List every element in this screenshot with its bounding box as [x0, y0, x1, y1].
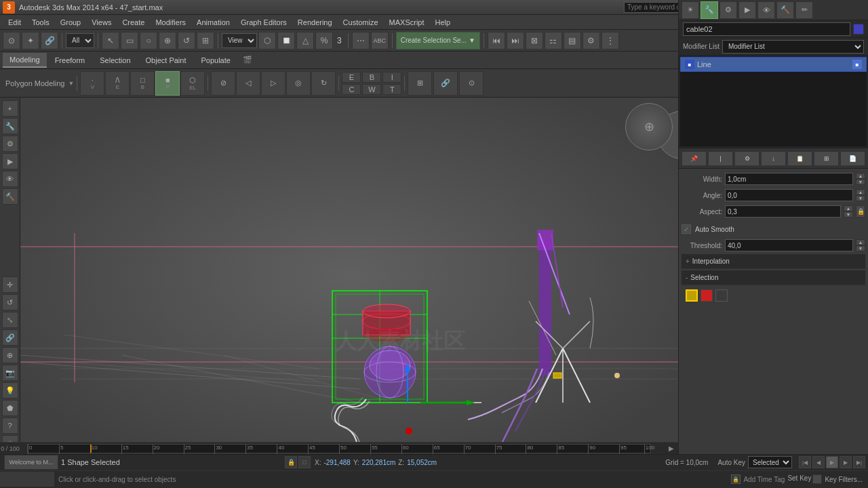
percent-snap[interactable]: % — [315, 32, 333, 49]
anim-bar-right[interactable]: ▶ — [665, 445, 678, 452]
motion-panel-icon[interactable]: ▶ — [738, 1, 756, 19]
poly-border[interactable]: □B — [130, 71, 155, 96]
poly-polygon[interactable]: ■P — [155, 71, 180, 96]
prev-frame[interactable]: ⏮ — [488, 32, 505, 49]
aspect-input[interactable] — [725, 205, 841, 218]
lock2-icon[interactable]: 🔒 — [731, 474, 741, 484]
object-isolate-icon[interactable]: □ — [298, 456, 311, 468]
width-up[interactable]: ▲ — [856, 173, 865, 179]
auto-smooth-checkbox[interactable]: ✓ — [682, 224, 691, 234]
unselected-color-dot[interactable] — [701, 289, 713, 302]
menu-graph-editors[interactable]: Graph Editors — [235, 15, 292, 30]
menu-rendering[interactable]: Rendering — [292, 15, 338, 30]
instance-btn[interactable]: ⊞ — [814, 151, 839, 166]
poly-bevel[interactable]: B — [362, 72, 381, 83]
modifier-dropdown[interactable]: Modifier List — [722, 40, 864, 54]
object-name-input[interactable] — [683, 22, 850, 36]
layer-dropdown[interactable]: All — [66, 33, 94, 48]
threshold-up[interactable]: ▲ — [856, 239, 865, 245]
menu-views[interactable]: Views — [86, 15, 117, 30]
angle-snap[interactable]: △ — [296, 32, 314, 49]
tab-object-paint[interactable]: Object Paint — [139, 53, 193, 68]
cmd-panel-create[interactable]: + — [2, 100, 18, 117]
lock-icon[interactable]: 🔒 — [285, 456, 297, 468]
shape-mode[interactable]: ⬟ — [2, 400, 18, 416]
link-tool[interactable]: 🔗 — [41, 32, 58, 49]
aspect-lock[interactable]: 🔒 — [856, 205, 865, 218]
animation-scroll[interactable]: 0 5 10 15 20 25 30 35 40 45 50 55 60 65 … — [27, 444, 651, 453]
poly-bridge[interactable]: 🔗 — [433, 71, 458, 96]
poly-grow[interactable]: ▷ — [261, 71, 285, 96]
viewport[interactable]: [+] [Perspective] [Wireframe] — [20, 98, 678, 454]
angle-input[interactable] — [725, 189, 853, 201]
poly-chamfer[interactable]: C — [342, 84, 361, 95]
go-start-btn[interactable]: |◀ — [799, 456, 811, 468]
create-selection-btn[interactable]: Create Selection Se... ▼ — [396, 32, 480, 49]
prev-frame-btn[interactable]: ◀ — [812, 456, 825, 468]
snap-btn[interactable]: 🔲 — [277, 32, 295, 49]
circle-select[interactable]: ○ — [140, 32, 157, 49]
poly-edge[interactable]: /\E — [105, 71, 130, 96]
poly-target[interactable]: T — [382, 84, 401, 95]
poly-connect[interactable]: ⊞ — [408, 71, 432, 96]
display-tab-icon[interactable]: 👁 — [757, 1, 775, 19]
menu-edit[interactable]: Edit — [3, 15, 26, 30]
mirror2[interactable]: ⊠ — [526, 32, 543, 49]
helper-mode[interactable]: ? — [2, 418, 18, 434]
poly-vertex[interactable]: ·V — [80, 71, 104, 96]
menu-modifiers[interactable]: Modifiers — [150, 15, 191, 30]
scale-mode[interactable]: ⤡ — [2, 312, 18, 328]
poly-inset[interactable]: I — [382, 72, 401, 83]
interpolation-section[interactable]: + Interpolation — [682, 254, 865, 269]
display-panel-icon[interactable]: ☀ — [682, 1, 699, 19]
cmd-panel-utilities[interactable]: 🔨 — [2, 188, 18, 205]
hierarchy-panel-icon[interactable]: ⚙ — [719, 1, 737, 19]
aspect-up[interactable]: ▲ — [844, 205, 853, 211]
poly-element[interactable]: ⬡EL — [180, 71, 205, 96]
menu-maxscript[interactable]: MAXScript — [384, 15, 430, 30]
modify-panel-icon[interactable]: 🔧 — [701, 1, 718, 19]
navigation-sphere[interactable]: ⊕ — [625, 103, 673, 150]
utilities-panel-icon[interactable]: 🔨 — [776, 1, 794, 19]
cmd-panel-display[interactable]: 👁 — [2, 171, 18, 187]
camera-mode[interactable]: 📷 — [2, 365, 18, 381]
object-color-swatch[interactable] — [853, 24, 864, 35]
move-mode[interactable]: ✛ — [2, 277, 18, 293]
play-btn[interactable]: ▶ — [826, 456, 838, 468]
remove-btn[interactable]: ↓ — [761, 151, 786, 166]
cmd-panel-hierarchy[interactable]: ⚙ — [2, 136, 18, 152]
tab-populate[interactable]: Populate — [194, 53, 237, 68]
pivot-btn[interactable]: ⊕ — [159, 32, 176, 49]
abc-btn[interactable]: ABC — [371, 32, 389, 49]
extra-panel-icon[interactable]: ✏ — [795, 1, 813, 19]
copy-btn[interactable]: 📋 — [787, 151, 812, 166]
next-frame-btn[interactable]: ▶ — [840, 456, 852, 468]
selected-color-dot[interactable] — [686, 289, 698, 302]
array-btn[interactable]: ⚏ — [545, 32, 562, 49]
poly-shrink[interactable]: ◁ — [236, 71, 260, 96]
modifier-line[interactable]: ■ Line ■ — [680, 57, 867, 72]
poly-extrude[interactable]: E — [342, 72, 361, 83]
layer-btn[interactable]: ▤ — [564, 32, 581, 49]
tab-freeform[interactable]: Freeform — [48, 53, 92, 68]
selection-section[interactable]: - Selection — [682, 270, 865, 285]
poly-loop[interactable]: ↻ — [311, 71, 336, 96]
menu-help[interactable]: Help — [430, 15, 456, 30]
paste-btn[interactable]: 📄 — [840, 151, 865, 166]
active-btn[interactable]: | — [708, 151, 733, 166]
light-mode[interactable]: 💡 — [2, 382, 18, 399]
setkey-btn[interactable] — [812, 474, 822, 484]
neutral-color-dot[interactable] — [715, 289, 728, 302]
select-btn[interactable]: ↖ — [102, 32, 119, 49]
mod-cfg-btn[interactable]: ⚙ — [734, 151, 760, 166]
view-dropdown[interactable]: View — [222, 33, 257, 48]
angle-up[interactable]: ▲ — [856, 189, 865, 195]
cmd-panel-motion[interactable]: ▶ — [2, 153, 18, 169]
menu-animation[interactable]: Animation — [191, 15, 235, 30]
poly-weld[interactable]: W — [362, 84, 381, 95]
threshold-input[interactable] — [725, 239, 853, 251]
autokey-select[interactable]: Selected — [748, 456, 792, 468]
bone-btn[interactable]: ⚙ — [583, 32, 600, 49]
poly-dropdown-icon[interactable]: ▼ — [68, 80, 74, 87]
mirror-btn[interactable]: ↺ — [178, 32, 195, 49]
